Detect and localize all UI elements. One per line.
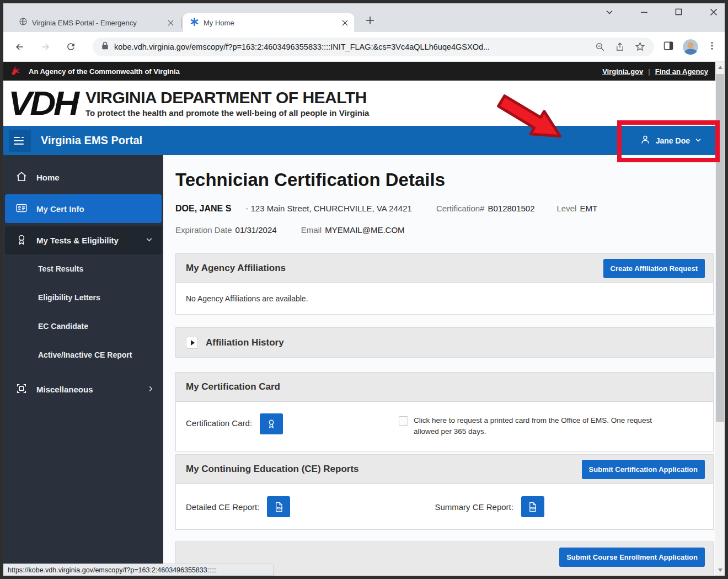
section-title-agency-affiliations: My Agency Affiliations <box>186 263 286 274</box>
detailed-ce-report-label: Detailed CE Report: <box>186 502 259 512</box>
portal-title: Virginia EMS Portal <box>41 134 142 147</box>
profile-avatar[interactable] <box>683 39 698 55</box>
tab-virginia-ems-portal[interactable]: Virginia EMS Portal - Emergency <box>12 13 180 32</box>
menu-kebab-icon[interactable] <box>707 41 717 53</box>
link-separator: | <box>648 67 650 76</box>
new-tab-button[interactable] <box>363 13 377 28</box>
user-menu-button[interactable]: Jane Doe <box>640 134 702 147</box>
menu-hamburger-icon[interactable] <box>9 130 31 152</box>
scroll-down-arrow[interactable] <box>715 566 725 575</box>
url-text: kobe.vdh.virginia.gov/emscopy/f?p=163:2:… <box>114 43 585 51</box>
pdf-file-icon: PDF <box>274 502 284 512</box>
page-scrollbar[interactable] <box>715 62 725 576</box>
person-icon <box>640 134 651 147</box>
sidebar-item-home[interactable]: Home <box>3 163 163 192</box>
minimize-button[interactable] <box>639 7 649 17</box>
svg-text:PDF: PDF <box>531 507 536 510</box>
submit-certification-application-button[interactable]: Submit Certification Application <box>582 460 705 479</box>
svg-text:PDF: PDF <box>276 507 282 510</box>
lock-icon <box>101 41 109 52</box>
status-bar-link-preview: https://kobe.vdh.virginia.gov/emscopy/f?… <box>3 564 274 576</box>
sidebar-item-test-results[interactable]: Test Results <box>3 254 163 283</box>
tab-strip: Virginia EMS Portal - Emergency My Home <box>3 3 725 32</box>
vdh-tagline: To protect the health and promote the we… <box>85 108 369 118</box>
page-title: Technician Certification Details <box>175 169 714 190</box>
tab-search-chevron-icon[interactable] <box>604 7 614 17</box>
request-printed-card-text: Click here to request a printed card fro… <box>414 415 677 437</box>
find-an-agency-link[interactable]: Find an Agency <box>655 67 708 76</box>
sidebar-item-ec-candidate[interactable]: EC Candidate <box>3 312 163 341</box>
email-label: Email <box>301 225 322 235</box>
sidebar-item-my-tests-eligibility[interactable]: My Tests & Eligibility <box>5 226 162 254</box>
id-card-icon <box>15 202 28 216</box>
person-info-line-2: Expiration Date 01/31/2024 Email MYEMAIL… <box>175 225 714 235</box>
reload-button[interactable] <box>64 40 77 54</box>
certification-number-label: Certification# <box>436 204 485 213</box>
home-icon <box>15 171 28 184</box>
agency-bar-text: An Agency of the Commonwealth of Virgini… <box>29 67 180 76</box>
person-name: DOE, JANE S <box>175 204 231 214</box>
sidebar-item-label: Home <box>36 173 60 182</box>
section-title-affiliation-history: Affiliation History <box>206 337 284 348</box>
tab-close-icon[interactable] <box>166 18 175 28</box>
back-button[interactable] <box>13 40 26 54</box>
sidebar-item-label: My Cert Info <box>36 204 84 214</box>
sidebar-item-active-inactive-ce-report[interactable]: Active/Inactive CE Report <box>3 341 163 369</box>
forward-button[interactable] <box>39 40 52 54</box>
globe-icon <box>19 17 28 28</box>
chevron-right-icon <box>147 385 154 394</box>
award-ribbon-icon <box>266 418 277 429</box>
detailed-ce-report-pdf-button[interactable]: PDF <box>267 496 290 517</box>
virginia-gov-link[interactable]: Virginia.gov <box>602 67 643 76</box>
pdf-file-icon: PDF <box>527 502 538 512</box>
summary-ce-report-label: Summary CE Report: <box>435 502 513 512</box>
bookmark-star-icon[interactable] <box>635 41 645 52</box>
vdh-department-name: VIRGINIA DEPARTMENT OF HEALTH <box>85 89 369 107</box>
tab-close-icon[interactable] <box>340 18 350 28</box>
sidebar-subsection-tests: Test Results Eligibility Letters EC Cand… <box>3 254 163 369</box>
award-ribbon-icon <box>15 233 28 247</box>
window-controls <box>604 7 718 17</box>
submit-course-enrollment-application-button[interactable]: Submit Course Enrollment Application <box>559 548 705 567</box>
browser-toolbar: kobe.vdh.virginia.gov/emscopy/f?p=163:2:… <box>3 32 725 62</box>
summary-ce-report-pdf-button[interactable]: PDF <box>521 496 544 517</box>
side-panel-icon[interactable] <box>663 40 674 54</box>
triangle-right-icon <box>191 340 195 346</box>
chevron-down-icon <box>695 136 702 145</box>
sidebar-item-label: My Tests & Eligibility <box>36 236 119 245</box>
expand-toggle-button[interactable] <box>186 337 198 349</box>
scrollbar-thumb[interactable] <box>716 74 724 422</box>
sidebar-item-eligibility-letters[interactable]: Eligibility Letters <box>3 283 163 312</box>
sidebar-item-miscellaneous[interactable]: Miscellaneous <box>3 375 163 403</box>
cardinal-icon <box>10 65 22 78</box>
section-title-certification-card: My Certification Card <box>186 381 280 392</box>
level-label: Level <box>557 204 577 213</box>
user-name: Jane Doe <box>656 136 690 145</box>
browser-window: Virginia EMS Portal - Emergency My Home <box>0 0 728 579</box>
person-info-line: DOE, JANE S - 123 Main Street, CHURCHVIL… <box>175 204 714 214</box>
tab-separator <box>181 18 181 28</box>
star-of-life-icon <box>190 17 199 29</box>
scroll-up-arrow[interactable] <box>715 63 725 72</box>
certification-card-label: Certification Card: <box>186 418 252 428</box>
expiration-date-label: Expiration Date <box>175 225 232 235</box>
expiration-date-value: 01/31/2024 <box>235 225 277 235</box>
ce-reports-card: My Continuing Education (CE) Reports Sub… <box>175 454 714 530</box>
sidebar-item-label: Miscellaneous <box>36 385 93 394</box>
tab-my-home[interactable]: My Home <box>183 13 354 32</box>
create-affiliation-request-button[interactable]: Create Affiliation Request <box>603 259 705 278</box>
share-icon[interactable] <box>615 42 625 52</box>
section-title-ce-reports: My Continuing Education (CE) Reports <box>186 464 359 475</box>
address-bar[interactable]: kobe.vdh.virginia.gov/emscopy/f?p=163:2:… <box>93 38 654 56</box>
certification-number-value: B012801502 <box>488 204 534 213</box>
maximize-button[interactable] <box>674 7 683 17</box>
close-window-button[interactable] <box>709 7 718 17</box>
certification-card-download-button[interactable] <box>260 413 283 434</box>
tab-title: My Home <box>204 19 336 27</box>
sidebar-item-my-cert-info[interactable]: My Cert Info <box>5 194 162 223</box>
agency-bar: An Agency of the Commonwealth of Virgini… <box>3 62 725 81</box>
person-address: - 123 Main Street, CHURCHVILLE, VA 24421 <box>245 204 412 213</box>
request-printed-card-checkbox[interactable] <box>399 416 408 426</box>
miscellaneous-icon <box>15 383 28 396</box>
zoom-icon[interactable] <box>595 42 605 52</box>
